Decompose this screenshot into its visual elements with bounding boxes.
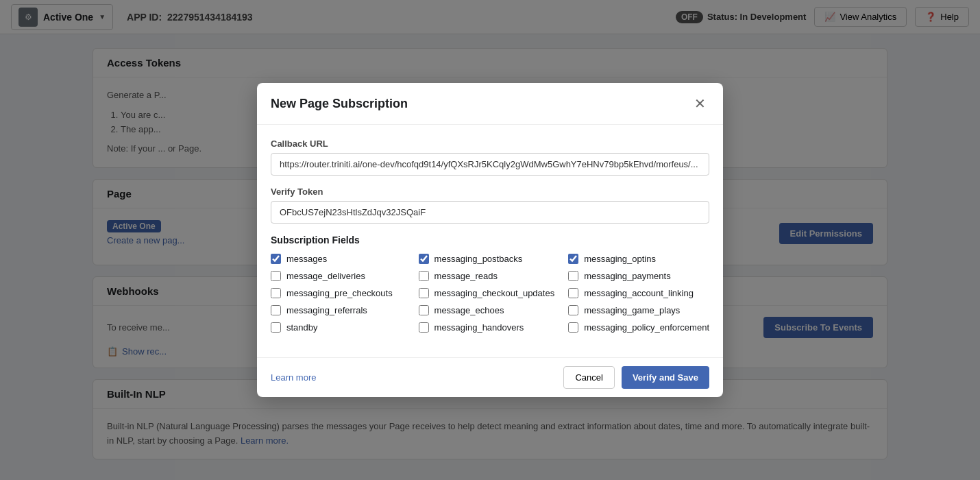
checkbox-messaging_payments[interactable]: [568, 271, 578, 281]
modal: New Page Subscription ✕ Callback URL Ver…: [257, 83, 723, 397]
checkbox-label-messaging_policy_enforcement: messaging_policy_enforcement: [584, 322, 709, 333]
checkbox-item-messaging_payments: messaging_payments: [568, 271, 709, 281]
checkbox-standby[interactable]: [271, 322, 281, 333]
checkbox-label-messaging_checkout_updates: messaging_checkout_updates: [434, 288, 555, 298]
checkbox-item-standby: standby: [271, 322, 405, 333]
checkbox-item-messages: messages: [271, 254, 405, 264]
checkbox-item-message_deliveries: message_deliveries: [271, 271, 405, 281]
checkbox-messaging_game_plays[interactable]: [568, 305, 578, 315]
checkbox-messaging_checkout_updates[interactable]: [419, 288, 429, 298]
checkbox-item-messaging_pre_checkouts: messaging_pre_checkouts: [271, 288, 405, 298]
checkbox-message_echoes[interactable]: [419, 305, 429, 315]
checkbox-label-messaging_game_plays: messaging_game_plays: [584, 305, 680, 315]
verify-token-group: Verify Token: [271, 187, 709, 224]
checkbox-label-messaging_payments: messaging_payments: [584, 271, 670, 281]
checkbox-item-message_reads: message_reads: [419, 271, 555, 281]
checkbox-label-messaging_handovers: messaging_handovers: [434, 322, 524, 333]
modal-footer: Learn more Cancel Verify and Save: [257, 357, 723, 397]
checkbox-item-messaging_optins: messaging_optins: [568, 254, 709, 264]
checkbox-label-message_deliveries: message_deliveries: [286, 271, 365, 281]
checkbox-item-messaging_policy_enforcement: messaging_policy_enforcement: [568, 322, 709, 333]
checkbox-item-messaging_referrals: messaging_referrals: [271, 305, 405, 315]
checkbox-label-messaging_postbacks: messaging_postbacks: [434, 254, 523, 264]
checkbox-messaging_pre_checkouts[interactable]: [271, 288, 281, 298]
checkbox-item-messaging_postbacks: messaging_postbacks: [419, 254, 555, 264]
checkbox-label-messaging_referrals: messaging_referrals: [286, 305, 367, 315]
checkbox-label-messaging_optins: messaging_optins: [584, 254, 656, 264]
checkbox-item-message_echoes: message_echoes: [419, 305, 555, 315]
modal-overlay: New Page Subscription ✕ Callback URL Ver…: [0, 0, 980, 480]
checkbox-message_reads[interactable]: [419, 271, 429, 281]
checkbox-messages[interactable]: [271, 254, 281, 264]
checkbox-label-messages: messages: [286, 254, 327, 264]
checkbox-item-messaging_checkout_updates: messaging_checkout_updates: [419, 288, 555, 298]
checkbox-label-messaging_pre_checkouts: messaging_pre_checkouts: [286, 288, 393, 298]
modal-header: New Page Subscription ✕: [257, 83, 723, 125]
subscription-fields-title: Subscription Fields: [271, 235, 709, 245]
checkbox-messaging_referrals[interactable]: [271, 305, 281, 315]
callback-url-group: Callback URL: [271, 139, 709, 176]
checkbox-messaging_account_linking[interactable]: [568, 288, 578, 298]
verify-token-input[interactable]: [271, 201, 709, 224]
checkbox-message_deliveries[interactable]: [271, 271, 281, 281]
modal-body: Callback URL Verify Token Subscription F…: [257, 125, 723, 357]
checkbox-messaging_handovers[interactable]: [419, 322, 429, 333]
checkbox-item-messaging_game_plays: messaging_game_plays: [568, 305, 709, 315]
checkbox-item-messaging_account_linking: messaging_account_linking: [568, 288, 709, 298]
cancel-button[interactable]: Cancel: [563, 366, 614, 389]
checkbox-item-messaging_handovers: messaging_handovers: [419, 322, 555, 333]
checkbox-label-messaging_account_linking: messaging_account_linking: [584, 288, 694, 298]
learn-more-link[interactable]: Learn more: [271, 372, 316, 383]
footer-buttons: Cancel Verify and Save: [563, 366, 709, 389]
modal-close-button[interactable]: ✕: [690, 94, 709, 113]
checkbox-messaging_optins[interactable]: [568, 254, 578, 264]
verify-save-button[interactable]: Verify and Save: [622, 366, 709, 389]
checkbox-label-message_reads: message_reads: [434, 271, 498, 281]
checkbox-label-standby: standby: [286, 322, 318, 333]
callback-url-label: Callback URL: [271, 139, 709, 149]
checkbox-messaging_policy_enforcement[interactable]: [568, 322, 578, 333]
verify-token-label: Verify Token: [271, 187, 709, 197]
callback-url-input[interactable]: [271, 153, 709, 176]
modal-title: New Page Subscription: [271, 97, 408, 111]
checkbox-label-message_echoes: message_echoes: [434, 305, 504, 315]
subscription-checkboxes: messagesmessaging_postbacksmessaging_opt…: [271, 254, 709, 333]
checkbox-messaging_postbacks[interactable]: [419, 254, 429, 264]
